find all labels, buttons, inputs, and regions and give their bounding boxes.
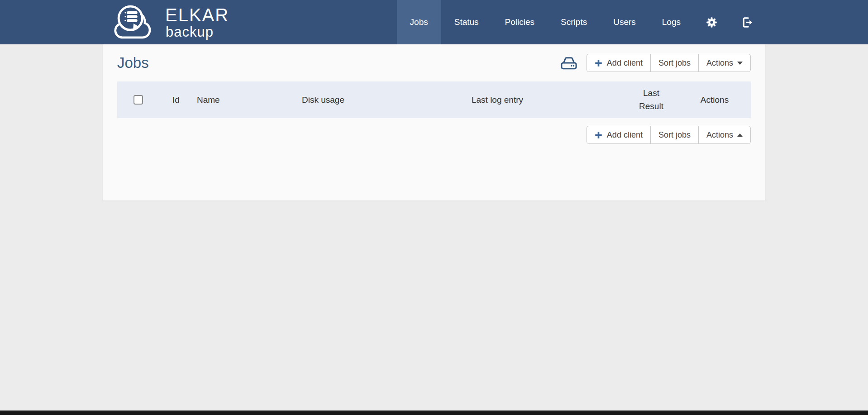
- brand-text: ELKAR backup: [165, 6, 229, 39]
- jobs-panel: Jobs: [103, 44, 765, 200]
- cloud-backup-logo-icon: [107, 2, 160, 43]
- jobs-table: Id Name Disk usage Last log entry Last R…: [117, 81, 751, 118]
- sort-jobs-label: Sort jobs: [658, 58, 691, 68]
- nav-item-logs[interactable]: Logs: [649, 0, 694, 44]
- table-header-last-log-entry: Last log entry: [371, 93, 624, 107]
- jobs-toolbar-bottom: Add client Sort jobs Actions: [587, 126, 751, 144]
- plus-icon: [595, 131, 602, 139]
- actions-label: Actions: [706, 130, 733, 140]
- actions-label: Actions: [706, 58, 733, 68]
- sort-jobs-label: Sort jobs: [658, 130, 691, 140]
- nav-item-users[interactable]: Users: [600, 0, 649, 44]
- select-all-checkbox[interactable]: [134, 95, 143, 105]
- nav-item-policies[interactable]: Policies: [492, 0, 548, 44]
- jobs-toolbar-top: Add client Sort jobs Actions: [587, 54, 751, 72]
- add-client-button-bottom[interactable]: Add client: [587, 126, 651, 144]
- brand-title: ELKAR: [165, 6, 229, 24]
- top-navbar: ELKAR backup Jobs Status Policies Script…: [0, 0, 868, 44]
- caret-up-icon: [737, 134, 743, 137]
- table-header-id: Id: [159, 93, 193, 107]
- sort-jobs-button-bottom[interactable]: Sort jobs: [650, 126, 699, 144]
- table-header-disk-usage: Disk usage: [276, 93, 371, 107]
- table-header-select: [117, 93, 159, 106]
- plus-icon: [595, 59, 602, 67]
- actions-dropdown-button-top[interactable]: Actions: [698, 54, 751, 72]
- hard-drive-icon[interactable]: [559, 55, 578, 71]
- sign-out-icon: [741, 16, 754, 29]
- add-client-label: Add client: [607, 58, 643, 68]
- jobs-table-header-row: Id Name Disk usage Last log entry Last R…: [117, 81, 751, 118]
- caret-down-icon: [737, 62, 743, 65]
- table-header-actions: Actions: [678, 93, 751, 107]
- nav-item-status[interactable]: Status: [441, 0, 492, 44]
- nav-item-scripts[interactable]: Scripts: [548, 0, 600, 44]
- add-client-button-top[interactable]: Add client: [587, 54, 651, 72]
- actions-dropdown-button-bottom[interactable]: Actions: [698, 126, 751, 144]
- main-nav: Jobs Status Policies Scripts Users Logs: [397, 0, 765, 44]
- page-title: Jobs: [117, 54, 149, 72]
- table-header-last-result: Last Result: [624, 85, 678, 114]
- settings-button[interactable]: [694, 0, 730, 44]
- add-client-label: Add client: [607, 130, 643, 140]
- logout-button[interactable]: [730, 0, 765, 44]
- table-header-name: Name: [193, 93, 276, 107]
- bottom-dark-bar: [0, 410, 868, 415]
- gear-icon: [706, 16, 718, 29]
- sort-jobs-button-top[interactable]: Sort jobs: [650, 54, 699, 72]
- elkarbackup-logo[interactable]: ELKAR backup: [103, 2, 229, 43]
- brand-subtitle: backup: [166, 25, 229, 39]
- nav-item-jobs[interactable]: Jobs: [397, 0, 441, 44]
